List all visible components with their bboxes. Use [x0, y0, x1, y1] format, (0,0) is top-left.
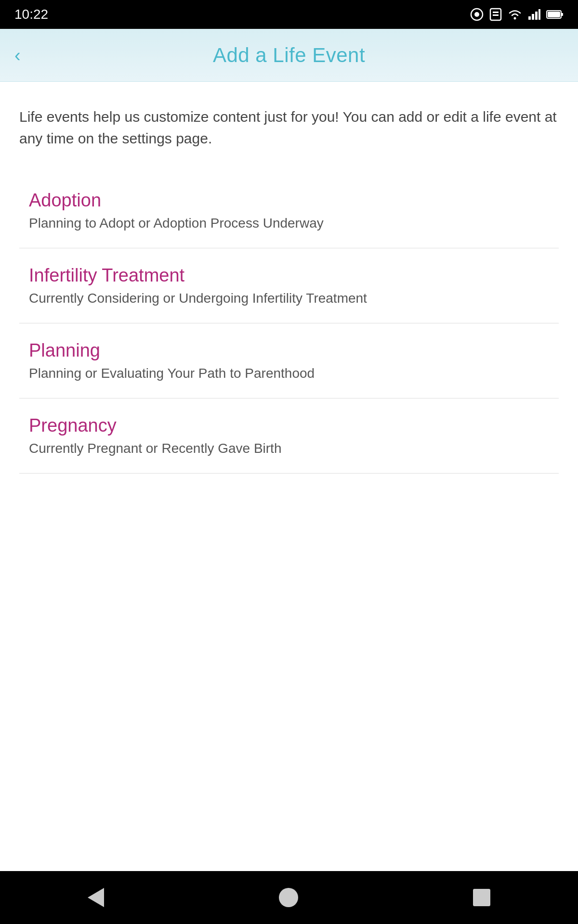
svg-point-5 [514, 17, 516, 20]
life-event-adoption[interactable]: Adoption Planning to Adopt or Adoption P… [19, 173, 559, 248]
nav-back-button[interactable] [88, 888, 104, 907]
app-icon-1 [470, 8, 484, 21]
signal-icon [528, 9, 540, 20]
back-button[interactable]: ‹ [14, 46, 21, 64]
life-event-desc-planning: Planning or Evaluating Your Path to Pare… [29, 366, 549, 381]
svg-rect-9 [539, 9, 540, 20]
svg-rect-8 [535, 12, 538, 20]
nav-home-button[interactable] [279, 888, 298, 907]
header-title: Add a Life Event [213, 44, 365, 67]
header: ‹ Add a Life Event [0, 29, 578, 82]
wifi-icon [508, 9, 522, 20]
svg-rect-3 [493, 12, 499, 13]
svg-rect-11 [561, 13, 563, 16]
intro-text: Life events help us customize content ju… [19, 106, 559, 149]
life-event-title-pregnancy: Pregnancy [29, 415, 549, 436]
life-event-planning[interactable]: Planning Planning or Evaluating Your Pat… [19, 323, 559, 398]
nav-recent-button[interactable] [473, 889, 490, 906]
main-content: Life events help us customize content ju… [0, 82, 578, 474]
status-time: 10:22 [14, 7, 48, 22]
status-icons [470, 8, 564, 21]
svg-rect-4 [493, 14, 499, 16]
svg-rect-6 [528, 16, 531, 20]
battery-icon [546, 9, 564, 20]
life-event-desc-adoption: Planning to Adopt or Adoption Process Un… [29, 216, 549, 231]
svg-rect-7 [532, 14, 534, 20]
svg-rect-12 [548, 12, 560, 17]
life-event-pregnancy[interactable]: Pregnancy Currently Pregnant or Recently… [19, 398, 559, 474]
app-icon-2 [489, 8, 502, 21]
life-event-title-adoption: Adoption [29, 190, 549, 211]
life-event-desc-infertility: Currently Considering or Undergoing Infe… [29, 291, 549, 306]
life-event-infertility[interactable]: Infertility Treatment Currently Consider… [19, 248, 559, 323]
life-event-title-planning: Planning [29, 340, 549, 361]
life-events-list: Adoption Planning to Adopt or Adoption P… [19, 173, 559, 474]
life-event-desc-pregnancy: Currently Pregnant or Recently Gave Birt… [29, 441, 549, 456]
life-event-title-infertility: Infertility Treatment [29, 265, 549, 286]
svg-point-1 [474, 12, 479, 17]
status-bar: 10:22 [0, 0, 578, 29]
bottom-nav [0, 871, 578, 924]
